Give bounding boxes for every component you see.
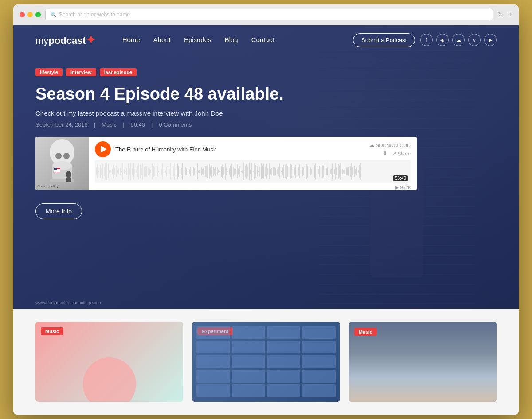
soundcloud-text: SOUNDCLOUD [376, 143, 411, 148]
maximize-button[interactable] [35, 12, 41, 17]
hero-title: Season 4 Episode 48 available. [35, 84, 497, 105]
navbar: mypodcast✦ Home About Episodes Blog Cont… [13, 25, 519, 55]
player-header: The Future of Humanity with Elon Musk ☁ … [95, 141, 411, 157]
waveform-bars [95, 160, 411, 183]
player-actions: ⬇ ↗ Share [383, 151, 411, 156]
logo-my: my [35, 35, 48, 46]
nav-right: Submit a Podcast f ◉ ☁ v ▶ [353, 33, 497, 47]
card-1-label: Music [41, 327, 63, 335]
browser-chrome: 🔍 Search or enter website name ↻ + [13, 4, 519, 25]
svg-rect-11 [66, 177, 71, 182]
tag-interview[interactable]: interview [66, 68, 96, 76]
watermark: www.heritagechristiancollege.com [35, 300, 102, 305]
facebook-icon[interactable]: f [420, 34, 433, 46]
waveform[interactable]: 56:40 [95, 160, 411, 183]
nav-about[interactable]: About [153, 36, 171, 44]
more-info-button[interactable]: More Info [35, 203, 82, 219]
play-icon [101, 146, 107, 153]
hero-duration: 56:40 [131, 121, 145, 128]
separator-2: | [123, 121, 124, 128]
separator-1: | [94, 121, 95, 128]
nav-blog[interactable]: Blog [225, 36, 238, 44]
instagram-icon[interactable]: ◉ [436, 34, 449, 46]
window-controls [20, 12, 41, 17]
nav-contact[interactable]: Contact [251, 36, 274, 44]
tag-last-episode[interactable]: last episode [100, 68, 137, 76]
share-icon: ↗ [392, 151, 396, 156]
svg-rect-8 [54, 171, 60, 172]
reload-icon[interactable]: ↻ [498, 11, 503, 18]
player-thumbnail: Cookie policy [35, 137, 89, 190]
hero-date: September 24, 2018 [35, 121, 88, 128]
nav-links: Home About Episodes Blog Contact [122, 36, 353, 44]
play-count: ▶ 962k [395, 185, 411, 190]
social-icons: f ◉ ☁ v ▶ [420, 34, 497, 46]
close-button[interactable] [20, 12, 25, 17]
hero-subtitle: Check out my latest podcast a massive in… [35, 109, 497, 117]
svg-point-4 [55, 153, 62, 159]
capsule-illustration [44, 139, 80, 188]
new-tab-button[interactable]: + [508, 10, 512, 19]
audio-player: Cookie policy The Future of Humanity wit… [35, 137, 417, 190]
soundcloud-logo: ☁ SOUNDCLOUD [369, 142, 411, 148]
nav-home[interactable]: Home [122, 36, 140, 44]
hero-section: mypodcast✦ Home About Episodes Blog Cont… [13, 25, 519, 309]
hero-category: Music [102, 121, 117, 128]
thumbnail-image [35, 137, 89, 190]
card-2[interactable]: Experiment [192, 322, 340, 402]
tag-lifestyle[interactable]: lifestyle [35, 68, 63, 76]
card-3-label: Music [354, 328, 377, 336]
player-controls-area: The Future of Humanity with Elon Musk ☁ … [89, 137, 417, 190]
svg-point-5 [63, 153, 70, 159]
hero-meta: September 24, 2018 | Music | 56:40 | 0 C… [35, 121, 497, 128]
logo-dot: ✦ [86, 33, 96, 47]
cards-section: Music Experiment Music [13, 309, 519, 415]
hero-comments: 0 Comments [159, 121, 192, 128]
vimeo-icon[interactable]: v [468, 34, 481, 46]
cookie-policy-text[interactable]: Cookie policy [37, 184, 59, 188]
soundcloud-cloud-icon: ☁ [369, 142, 374, 148]
svg-rect-9 [54, 168, 57, 170]
svg-point-10 [66, 171, 71, 178]
share-button[interactable]: ↗ Share [392, 151, 411, 156]
logo-podcast: podcast [48, 35, 86, 46]
minimize-button[interactable] [27, 12, 33, 17]
hero-content: lifestyle interview last episode Season … [13, 55, 519, 237]
youtube-icon[interactable]: ▶ [484, 34, 497, 46]
track-title: The Future of Humanity with Elon Musk [115, 146, 216, 153]
search-icon: 🔍 [50, 12, 56, 17]
browser-window: 🔍 Search or enter website name ↻ + mypod… [13, 4, 519, 415]
nav-episodes[interactable]: Episodes [184, 36, 211, 44]
address-bar[interactable]: 🔍 Search or enter website name [45, 9, 493, 20]
card-1-decoration [83, 357, 136, 402]
logo[interactable]: mypodcast✦ [35, 33, 96, 47]
address-text: Search or enter website name [59, 12, 130, 18]
play-button[interactable] [95, 141, 111, 157]
waveform-time: 56:40 [393, 175, 408, 181]
submit-podcast-button[interactable]: Submit a Podcast [353, 33, 415, 47]
card-1[interactable]: Music [35, 322, 183, 402]
player-left-controls: The Future of Humanity with Elon Musk [95, 141, 216, 157]
separator-3: | [151, 121, 153, 128]
tags: lifestyle interview last episode [35, 68, 497, 76]
player-footer: ▶ 962k [95, 185, 411, 190]
soundcloud-icon[interactable]: ☁ [452, 34, 465, 46]
card-3[interactable]: Music [349, 322, 497, 402]
download-button[interactable]: ⬇ [383, 151, 387, 156]
card-2-decoration [192, 322, 340, 402]
